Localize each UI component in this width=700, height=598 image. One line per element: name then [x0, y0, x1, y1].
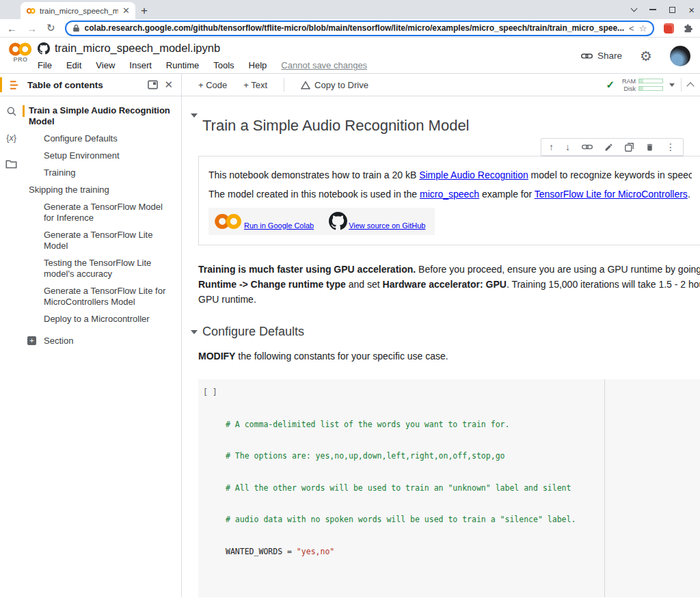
new-tab-button[interactable]: + — [135, 2, 153, 19]
copy-to-drive-button[interactable]: Copy to Drive — [301, 80, 368, 90]
menu-tools[interactable]: Tools — [213, 60, 234, 70]
cell-toolbar: ↑ ↓ ⋮ — [541, 138, 684, 156]
lock-icon — [72, 24, 80, 32]
menu-insert[interactable]: Insert — [129, 60, 152, 70]
view-source-github-badge[interactable]: View source on GitHub — [323, 208, 435, 235]
extension-icon-red[interactable] — [664, 23, 674, 33]
back-icon[interactable]: ← — [7, 23, 17, 34]
browser-tab[interactable]: train_micro_speech_model.ipynb ✕ — [21, 2, 135, 19]
browser-tab-strip: train_micro_speech_model.ipynb ✕ + × — [0, 0, 700, 19]
code-line: # All the other words will be used to tr… — [226, 483, 700, 494]
add-code-button[interactable]: + Code — [198, 80, 227, 90]
run-cell-button[interactable]: [ ] — [198, 388, 226, 597]
open-in-panel-icon[interactable] — [148, 80, 158, 90]
bookmark-star-icon[interactable]: ☆ — [639, 23, 647, 33]
column-ruler — [604, 379, 605, 597]
tab-close-icon[interactable]: ✕ — [122, 6, 130, 15]
github-icon — [38, 42, 50, 55]
section-heading-1: Train a Simple Audio Recognition Model — [202, 117, 470, 135]
menu-runtime[interactable]: Runtime — [166, 60, 199, 70]
window-minimize-button[interactable] — [649, 9, 656, 10]
url-omnibox[interactable]: colab.research.google.com/github/tensorf… — [65, 21, 655, 36]
edit-cell-icon[interactable] — [604, 143, 613, 152]
url-text: colab.research.google.com/github/tensorf… — [85, 23, 625, 33]
notebook-scroll-area[interactable]: Train a Simple Audio Recognition Model ↑… — [182, 96, 700, 597]
more-cell-actions-icon[interactable]: ⋮ — [666, 141, 675, 152]
github-badge-icon — [329, 212, 347, 230]
colab-favicon — [26, 6, 36, 16]
colab-logo[interactable]: PRO — [8, 42, 33, 63]
code-line — [226, 578, 700, 589]
colab-badge-icon — [214, 213, 243, 230]
share-url-icon[interactable]: < — [629, 23, 634, 33]
window-close-button[interactable]: × — [688, 5, 695, 15]
add-text-button[interactable]: + Text — [243, 80, 267, 90]
open-in-tab-icon[interactable] — [625, 143, 634, 152]
menu-view[interactable]: View — [96, 60, 115, 70]
code-line: # A comma-delimited list of the words yo… — [226, 420, 700, 431]
files-folder-icon[interactable] — [5, 159, 17, 169]
run-in-colab-badge[interactable]: Run in Google Colab — [208, 208, 323, 235]
reload-icon[interactable]: ↻ — [46, 22, 55, 34]
code-line: # The options are: yes,no,up,down,left,r… — [226, 451, 700, 462]
move-cell-up-icon[interactable]: ↑ — [549, 141, 554, 152]
code-cell[interactable]: [ ] # A comma-delimited list of the word… — [198, 379, 700, 597]
variables-icon[interactable]: {x} — [6, 133, 16, 143]
runtime-dropdown-icon[interactable] — [669, 83, 675, 90]
toc-item[interactable]: Deploy to a Microcontroller — [23, 314, 181, 325]
markdown-paragraph: This notebook demonstrates how to train … — [208, 168, 692, 182]
badge-row: Run in Google Colab View source on GitHu… — [208, 208, 435, 235]
toc-item[interactable]: Train a Simple Audio Recognition Model — [23, 105, 181, 127]
toc-icon — [10, 80, 21, 90]
search-icon[interactable] — [6, 106, 17, 117]
gpu-note-paragraph: Training is much faster using GPU accele… — [198, 262, 700, 307]
delete-cell-icon[interactable] — [645, 143, 654, 152]
toc-item[interactable]: Generate a TensorFlow Lite for MicroCont… — [23, 286, 181, 308]
code-editor[interactable]: # A comma-delimited list of the words yo… — [226, 388, 700, 597]
collapse-section-icon[interactable] — [191, 330, 198, 338]
menu-file[interactable]: File — [38, 60, 52, 70]
ram-usage-bar — [638, 79, 663, 83]
extensions-puzzle-icon[interactable] — [683, 23, 693, 33]
tab-search-icon[interactable] — [631, 5, 638, 12]
toc-panel-title: Table of contents — [27, 80, 142, 90]
close-panel-icon[interactable]: ✕ — [164, 79, 173, 91]
toc-list: Train a Simple Audio Recognition Model C… — [23, 96, 181, 597]
resource-meter[interactable]: RAM Disk — [621, 78, 663, 92]
account-avatar[interactable] — [670, 46, 690, 66]
colab-header: PRO train_micro_speech_model.ipynb File … — [0, 38, 700, 74]
menu-help[interactable]: Help — [249, 60, 267, 70]
window-maximize-button[interactable] — [669, 7, 675, 13]
disk-usage-bar — [638, 86, 663, 91]
table-of-contents-panel: Table of contents ✕ {x} Train a Simple A… — [0, 74, 182, 597]
share-button[interactable]: Share — [581, 51, 622, 61]
toc-item[interactable]: Skipping the training — [23, 185, 181, 195]
toc-item[interactable]: Training — [23, 167, 181, 178]
menu-edit[interactable]: Edit — [66, 60, 81, 70]
add-section-button[interactable]: + Section — [23, 336, 181, 346]
toc-item[interactable]: Generate a TensorFlow Model for Inferenc… — [23, 202, 181, 223]
tab-title: train_micro_speech_model.ipynb — [40, 7, 118, 15]
markdown-cell[interactable]: ↑ ↓ ⋮ This notebook dem — [198, 156, 700, 245]
markdown-paragraph: The model created in this notebook is us… — [208, 187, 692, 201]
toc-item[interactable]: Generate a TensorFlow Lite Model — [23, 230, 181, 252]
settings-gear-icon[interactable]: ⚙ — [640, 48, 652, 64]
link-to-cell-icon[interactable] — [582, 144, 593, 150]
sidebar-icon-rail: {x} — [0, 96, 23, 597]
move-cell-down-icon[interactable]: ↓ — [565, 141, 570, 152]
drive-icon — [301, 81, 310, 90]
connected-check-icon: ✓ — [606, 79, 615, 91]
save-status[interactable]: Cannot save changes — [281, 60, 367, 70]
collapse-section-icon[interactable] — [191, 113, 198, 121]
notebook-filename[interactable]: train_micro_speech_model.ipynb — [55, 42, 220, 55]
add-section-icon: + — [27, 336, 36, 345]
menu-bar: File Edit View Insert Runtime Tools Help… — [38, 60, 367, 70]
toc-item[interactable]: Setup Environment — [23, 150, 181, 161]
notebook-toolbar: + Code + Text Copy to Drive ✓ RAM Disk — [182, 74, 700, 96]
forward-icon[interactable]: → — [27, 23, 37, 34]
toc-item[interactable]: Testing the TensorFlow Lite model's accu… — [23, 258, 181, 280]
toc-item[interactable]: Configure Defaults — [23, 133, 181, 144]
pro-badge: PRO — [8, 56, 33, 63]
section-heading-2: Configure Defaults — [202, 325, 304, 339]
collapse-toolbar-icon[interactable] — [686, 82, 694, 90]
